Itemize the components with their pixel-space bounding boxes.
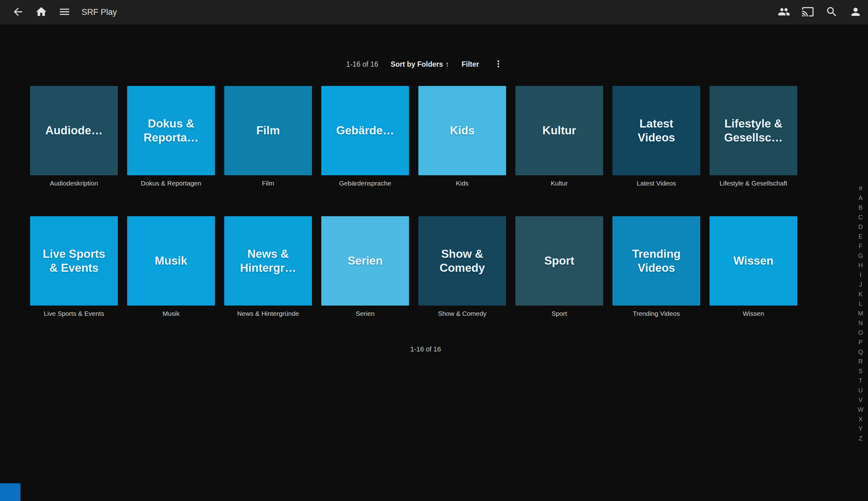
kebab-icon	[493, 58, 503, 70]
folder-tile[interactable]: Lifestyle & Gesellsc…	[709, 86, 797, 175]
folder-caption: Wissen	[709, 310, 797, 317]
alphabet-letter[interactable]: T	[859, 376, 862, 386]
folder-card[interactable]: SportSport	[516, 216, 603, 317]
profile-button[interactable]	[849, 6, 862, 19]
folder-tile[interactable]: Wissen	[709, 216, 797, 306]
folder-card[interactable]: MusikMusik	[127, 216, 215, 317]
back-icon	[12, 6, 24, 19]
folder-card[interactable]: Gebärde…Gebärdensprache	[321, 86, 409, 187]
folder-card[interactable]: Audiode…Audiodeskription	[30, 86, 118, 187]
folder-title: Lifestyle & Gesellsc…	[718, 117, 789, 145]
folder-tile[interactable]: Latest Videos	[612, 86, 700, 175]
search-button[interactable]	[825, 6, 838, 19]
folder-tile[interactable]: Show & Comedy	[418, 216, 506, 306]
alphabet-letter[interactable]: H	[858, 260, 863, 270]
folder-caption: Latest Videos	[612, 180, 700, 187]
folder-tile[interactable]: Musik	[127, 216, 215, 306]
alphabet-letter[interactable]: R	[858, 357, 863, 366]
alphabet-letter[interactable]: B	[858, 203, 862, 213]
alphabet-letter[interactable]: P	[858, 338, 862, 347]
filter-button[interactable]: Filter	[462, 60, 479, 68]
folder-title: Wissen	[734, 254, 773, 268]
alphabet-letter[interactable]: J	[859, 280, 862, 289]
cast-button[interactable]	[801, 6, 815, 19]
list-controls: 1-16 of 16 Sort by Folders ↑ Filter	[0, 57, 851, 71]
folder-caption: Film	[224, 180, 312, 187]
more-options-button[interactable]	[491, 57, 505, 71]
group-button[interactable]	[777, 6, 791, 19]
topbar: SRF Play	[0, 0, 868, 24]
alphabet-letter[interactable]: E	[858, 232, 862, 241]
alphabet-letter[interactable]: V	[858, 395, 862, 405]
folder-title: Kultur	[542, 124, 576, 137]
folder-card[interactable]: KulturKultur	[516, 86, 603, 187]
folder-caption: Dokus & Reportagen	[127, 180, 215, 187]
menu-button[interactable]	[58, 6, 71, 19]
folder-caption: Trending Videos	[612, 310, 700, 317]
folder-card[interactable]: Trending VideosTrending Videos	[612, 216, 700, 317]
home-button[interactable]	[34, 6, 48, 19]
folder-caption: Lifestyle & Gesellschaft	[709, 180, 797, 187]
alphabet-letter[interactable]: N	[858, 318, 863, 328]
folder-tile[interactable]: Trending Videos	[612, 216, 700, 306]
folder-card[interactable]: FilmFilm	[224, 86, 312, 187]
folder-tile[interactable]: News & Hintergr…	[224, 216, 312, 306]
folder-tile[interactable]: Film	[224, 86, 312, 175]
folder-card[interactable]: News & Hintergr…News & Hintergründe	[224, 216, 312, 317]
alphabet-letter[interactable]: A	[858, 193, 862, 203]
folder-card[interactable]: KidsKids	[418, 86, 506, 187]
folder-caption: Kultur	[516, 180, 603, 187]
back-button[interactable]	[11, 6, 25, 19]
folder-card[interactable]: Show & ComedyShow & Comedy	[418, 216, 506, 317]
folder-card[interactable]: WissenWissen	[709, 216, 797, 317]
alphabet-letter[interactable]: Z	[859, 434, 862, 443]
folder-tile[interactable]: Live Sports & Events	[30, 216, 118, 306]
folder-tile[interactable]: Dokus & Reporta…	[127, 86, 215, 175]
folder-caption: Musik	[127, 310, 215, 317]
folder-title: Trending Videos	[621, 247, 692, 275]
folder-caption: Live Sports & Events	[30, 310, 118, 317]
folder-tile[interactable]: Kultur	[516, 86, 603, 175]
search-icon	[825, 6, 838, 19]
alphabet-letter[interactable]: Q	[858, 347, 863, 357]
alphabet-letter[interactable]: G	[858, 251, 863, 260]
folder-title: Kids	[450, 124, 475, 137]
folder-caption: Kids	[418, 180, 506, 187]
alphabet-letter[interactable]: F	[859, 241, 862, 251]
folder-tile[interactable]: Audiode…	[30, 86, 118, 175]
alphabet-letter[interactable]: S	[858, 366, 862, 376]
alphabet-letter[interactable]: Y	[858, 424, 862, 434]
alphabet-letter[interactable]: C	[858, 213, 863, 222]
scroll-indicator[interactable]	[0, 483, 21, 501]
alphabet-letter[interactable]: I	[860, 270, 861, 280]
folder-card[interactable]: Latest VideosLatest Videos	[612, 86, 700, 187]
folder-tile[interactable]: Kids	[418, 86, 506, 175]
alphabet-letter[interactable]: M	[858, 309, 863, 318]
topbar-left-group	[11, 6, 71, 19]
menu-icon	[58, 6, 71, 19]
folder-card[interactable]: Dokus & Reporta…Dokus & Reportagen	[127, 86, 215, 187]
alphabet-letter[interactable]: W	[858, 405, 864, 414]
folder-tile[interactable]: Gebärde…	[321, 86, 409, 175]
folder-card[interactable]: Live Sports & EventsLive Sports & Events	[30, 216, 118, 317]
folder-title: Musik	[155, 254, 187, 268]
folder-tile[interactable]: Serien	[321, 216, 409, 306]
alphabet-letter[interactable]: #	[859, 184, 862, 193]
sort-button[interactable]: Sort by Folders ↑	[391, 60, 449, 68]
folder-title: Sport	[544, 254, 574, 268]
page-title: SRF Play	[82, 8, 117, 17]
folder-title: Dokus & Reporta…	[136, 117, 206, 145]
folder-tile[interactable]: Sport	[516, 216, 603, 306]
alphabet-letter[interactable]: U	[858, 386, 863, 395]
folder-card[interactable]: SerienSerien	[321, 216, 409, 317]
alphabet-letter[interactable]: K	[858, 289, 862, 299]
folder-card[interactable]: Lifestyle & Gesellsc…Lifestyle & Gesells…	[709, 86, 797, 187]
alphabet-scrollbar: #ABCDEFGHIJKLMNOPQRSTUVWXYZ	[856, 184, 866, 443]
alphabet-letter[interactable]: L	[859, 299, 862, 309]
folder-title: News & Hintergr…	[233, 247, 303, 275]
folder-caption: Gebärdensprache	[321, 180, 409, 187]
alphabet-letter[interactable]: X	[858, 414, 862, 424]
alphabet-letter[interactable]: O	[858, 328, 863, 338]
alphabet-letter[interactable]: D	[858, 222, 863, 232]
folder-caption: Serien	[321, 310, 409, 317]
